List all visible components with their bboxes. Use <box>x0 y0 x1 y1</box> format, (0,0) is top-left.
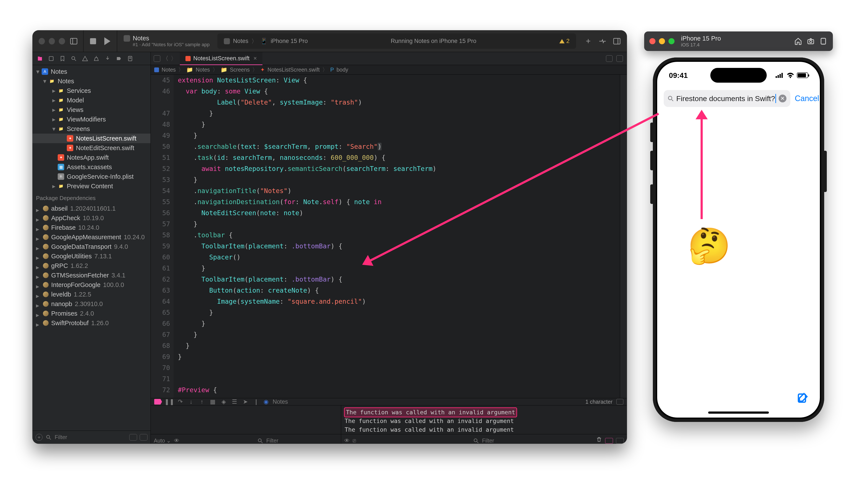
jumpbar-segment[interactable]: Notes <box>196 67 210 73</box>
related-items-icon[interactable] <box>154 55 160 62</box>
recent-filter-icon[interactable] <box>129 434 137 441</box>
activity-status-bar[interactable]: Notes 〉 📱 iPhone 15 Pro Running Notes on… <box>217 33 576 49</box>
run-button[interactable] <box>103 37 112 46</box>
close-window-button[interactable] <box>649 38 655 44</box>
package-row[interactable]: ▸abseil 1.2024011601.1 <box>33 204 151 213</box>
package-row[interactable]: ▸gRPC 1.62.2 <box>33 261 151 271</box>
tree-folder-views[interactable]: 📁Views <box>33 105 151 115</box>
adjust-editor-icon[interactable] <box>616 55 623 62</box>
package-row[interactable]: ▸GoogleDataTransport 9.4.0 <box>33 242 151 251</box>
package-row[interactable]: ▸GTMSessionFetcher 3.4.1 <box>33 271 151 280</box>
tree-file-assets[interactable]: ▦Assets.xcassets <box>33 162 151 172</box>
close-tab-icon[interactable]: × <box>253 55 257 62</box>
nav-forward-icon[interactable]: 〉 <box>171 55 177 63</box>
close-window-button[interactable] <box>39 38 45 44</box>
package-row[interactable]: ▸InteropForGoogle 100.0.0 <box>33 280 151 290</box>
debug-navigator-icon[interactable] <box>104 55 112 62</box>
project-navigator-icon[interactable] <box>36 55 44 62</box>
screenshot-icon[interactable] <box>806 37 815 46</box>
cancel-button[interactable]: Cancel <box>795 94 819 103</box>
tree-file-notesapp[interactable]: ✦NotesApp.swift <box>33 153 151 162</box>
device-screen[interactable]: 09:41 Firestone documents in Swift? ✕ Ca… <box>657 62 820 418</box>
sidebar-toggle-icon[interactable] <box>69 37 78 46</box>
console-pane-toggle-icon[interactable] <box>605 438 613 444</box>
simulate-location-icon[interactable]: ➤ <box>242 398 249 405</box>
jumpbar-segment[interactable]: Screens <box>230 67 250 73</box>
package-row[interactable]: ▸GoogleUtilities 7.13.1 <box>33 251 151 261</box>
view-debug-icon[interactable]: ▦ <box>209 398 216 405</box>
navigator-filter-input[interactable] <box>55 434 126 441</box>
code-review-icon[interactable] <box>598 37 607 46</box>
package-row[interactable]: ▸SwiftProtobuf 1.26.0 <box>33 318 151 328</box>
nav-back-icon[interactable]: 〈 <box>162 55 168 63</box>
minimize-window-button[interactable] <box>659 38 665 44</box>
quicklook-icon[interactable]: 👁 <box>174 438 179 444</box>
memory-graph-icon[interactable]: ◈ <box>220 398 227 405</box>
line-gutter[interactable]: 4546474849505152535455565758596061626364… <box>151 74 174 398</box>
jumpbar-segment[interactable]: NotesListScreen.swift <box>268 67 319 73</box>
bookmark-navigator-icon[interactable] <box>59 55 66 62</box>
rotate-icon[interactable] <box>819 37 828 46</box>
library-button[interactable]: + <box>584 37 593 46</box>
package-row[interactable]: ▸AppCheck 10.19.0 <box>33 213 151 223</box>
tree-file-noteeditscreen[interactable]: ✦NoteEditScreen.swift <box>33 143 151 153</box>
test-navigator-icon[interactable] <box>92 55 100 62</box>
package-row[interactable]: ▸leveldb 1.22.5 <box>33 290 151 299</box>
tree-file-noteslistscreen[interactable]: ✦NotesListScreen.swift <box>33 133 151 143</box>
package-row[interactable]: ▸GoogleAppMeasurement 10.24.0 <box>33 232 151 242</box>
console-meta-icon[interactable]: ⎚ <box>353 436 356 444</box>
code-text[interactable]: extension NotesListScreen: View { var bo… <box>174 74 620 398</box>
tree-file-gsplist[interactable]: ⎘GoogleService-Info.plist <box>33 172 151 181</box>
tree-folder-model[interactable]: 📁Model <box>33 95 151 105</box>
jumpbar-segment[interactable]: body <box>336 67 348 73</box>
home-button-icon[interactable] <box>794 37 803 46</box>
tree-folder-notes[interactable]: 📁Notes <box>33 77 151 86</box>
home-indicator[interactable] <box>708 412 769 414</box>
tree-folder-viewmodifiers[interactable]: 📁ViewModifiers <box>33 115 151 124</box>
package-row[interactable]: ▸Promises 2.4.0 <box>33 309 151 318</box>
search-field[interactable]: Firestone documents in Swift? ✕ <box>664 90 790 107</box>
scm-filter-icon[interactable] <box>140 434 148 441</box>
debug-area-toggle-icon[interactable] <box>616 399 623 404</box>
editor-options-icon[interactable] <box>606 55 613 62</box>
variables-view[interactable]: Auto ⌄ 👁 <box>151 405 341 444</box>
package-row[interactable]: ▸Firebase 10.24.0 <box>33 223 151 232</box>
pause-icon[interactable]: ❚❚ <box>166 398 173 405</box>
variables-filter-input[interactable] <box>266 438 338 444</box>
jump-bar[interactable]: Notes〉 📁Notes〉 📁Screens〉 ✦NotesListScree… <box>151 65 627 74</box>
issue-navigator-icon[interactable] <box>81 55 89 62</box>
jumpbar-segment[interactable]: Notes <box>162 67 176 73</box>
console-meta-icon[interactable]: 👁 <box>344 436 350 444</box>
breakpoint-toggle-icon[interactable] <box>154 399 162 404</box>
console-view[interactable]: The function was called with an invalid … <box>341 405 627 444</box>
source-control-navigator-icon[interactable] <box>47 55 55 62</box>
zoom-window-button[interactable] <box>59 38 65 44</box>
project-tree[interactable]: ANotes 📁Notes 📁Services 📁Model 📁Views 📁V… <box>33 65 151 430</box>
breakpoint-navigator-icon[interactable] <box>115 55 123 62</box>
tab-noteslistscreen[interactable]: NotesListScreen.swift × <box>180 52 262 65</box>
clear-console-icon[interactable] <box>596 436 602 444</box>
tree-folder-previewcontent[interactable]: 📁Preview Content <box>33 181 151 191</box>
console-filter-input[interactable] <box>482 438 593 444</box>
console-pane-toggle-icon[interactable] <box>616 438 624 444</box>
code-editor[interactable]: 4546474849505152535455565758596061626364… <box>151 74 627 398</box>
compose-note-button[interactable] <box>797 392 809 404</box>
variables-scope-selector[interactable]: Auto ⌄ <box>154 438 171 444</box>
warnings-badge[interactable]: 2 <box>559 38 569 44</box>
find-navigator-icon[interactable] <box>70 55 78 62</box>
report-navigator-icon[interactable] <box>126 55 134 62</box>
zoom-window-button[interactable] <box>669 38 675 44</box>
clear-search-icon[interactable]: ✕ <box>779 95 786 102</box>
scheme-selector[interactable]: Notes #1 · Add "Notes for iOS" sample ap… <box>118 30 215 52</box>
minimap[interactable] <box>620 74 627 398</box>
package-row[interactable]: ▸nanopb 2.30910.0 <box>33 299 151 309</box>
step-out-icon[interactable]: ↑ <box>198 398 206 405</box>
inspector-toggle-icon[interactable] <box>613 37 621 46</box>
step-over-icon[interactable]: ↷ <box>177 398 184 405</box>
tree-folder-screens[interactable]: 📁Screens <box>33 124 151 133</box>
tree-folder-services[interactable]: 📁Services <box>33 86 151 95</box>
step-into-icon[interactable]: ↓ <box>188 398 194 405</box>
add-target-button[interactable]: + <box>36 434 42 441</box>
debug-process-name[interactable]: Notes <box>273 398 288 405</box>
stop-button[interactable] <box>89 37 97 46</box>
